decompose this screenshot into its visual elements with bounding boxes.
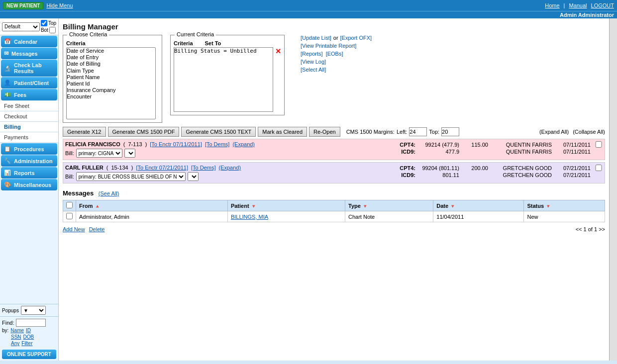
msg-from: Administrator, Admin xyxy=(76,211,228,222)
patient-col-header[interactable]: Patient 🔻 xyxy=(227,200,345,211)
remove-criteria-button[interactable]: ✕ xyxy=(275,47,281,55)
administration-button[interactable]: 🔧 Administration xyxy=(1,155,57,167)
view-printable-link[interactable]: [View Printable Report] xyxy=(301,43,372,49)
dems-link-1[interactable]: [To Dems] xyxy=(205,141,230,147)
manual-link[interactable]: Manual xyxy=(569,2,587,8)
bill-select-1[interactable]: primary: CIGNA xyxy=(76,149,122,158)
home-link[interactable]: Home xyxy=(545,2,559,8)
find-by-filter[interactable]: Filter xyxy=(21,341,32,346)
pagination: << 1 of 1 >> xyxy=(576,226,605,232)
top-checkbox[interactable] xyxy=(41,20,47,26)
checkbox-2[interactable] xyxy=(595,165,603,171)
miscellaneous-button[interactable]: 🎨 Miscellaneous xyxy=(1,179,57,190)
online-support-button[interactable]: ONLINE SUPPORT xyxy=(2,350,56,359)
reports-button[interactable]: 📊 Reports xyxy=(1,167,57,179)
logout-link[interactable]: LOGOUT xyxy=(591,2,614,8)
checkout-link[interactable]: Checkout xyxy=(0,111,58,122)
patient-id-val-1: 7-113 xyxy=(128,141,142,147)
calendar-icon: 📅 xyxy=(4,38,11,45)
status-col-header[interactable]: Status 🔻 xyxy=(524,200,605,211)
billing-link[interactable]: Billing xyxy=(0,122,58,132)
expand-link-1[interactable]: (Expand) xyxy=(232,141,255,147)
miscellaneous-icon: 🎨 xyxy=(4,182,11,188)
expand-link-2[interactable]: (Expand) xyxy=(219,165,241,171)
calendar-button[interactable]: 📅 Calendar xyxy=(1,36,57,47)
find-by-any[interactable]: Any xyxy=(11,341,19,346)
bill-select-2[interactable]: primary: BLUE CROSS BLUE SHIELD OF NC xyxy=(76,172,186,181)
export-ofx-link[interactable]: [Export OFX] xyxy=(340,35,372,41)
new-patient-button[interactable]: NEW PATIENT xyxy=(3,2,43,9)
patient-id-val-2: 15-134 xyxy=(111,165,128,171)
delete-link[interactable]: Delete xyxy=(89,226,105,232)
eobs-link[interactable]: [EOBs] xyxy=(326,51,343,57)
messages-button[interactable]: ✉ Messages xyxy=(1,48,57,59)
see-all-link[interactable]: (See All) xyxy=(99,190,119,196)
date-col-header[interactable]: Date 🔻 xyxy=(433,200,524,211)
date-sort-icon: 🔻 xyxy=(450,204,455,209)
collapse-all-link[interactable]: (Collapse All) xyxy=(573,129,605,135)
top-label: Top xyxy=(48,20,56,26)
popups-select[interactable]: ▼ xyxy=(21,306,46,315)
row-checkbox[interactable] xyxy=(66,213,73,219)
left-input[interactable] xyxy=(409,127,427,136)
find-input[interactable] xyxy=(16,319,46,327)
check-lab-button[interactable]: 🔬 Check Lab Results xyxy=(1,60,57,77)
cpt-val-1: 99214 (477.9) xyxy=(419,142,459,148)
checkbox-1[interactable] xyxy=(595,141,603,148)
patient-row: FELICIA FRANCISCO (7-113) [To Enctr 07/1… xyxy=(63,139,605,160)
reports-icon: 📊 xyxy=(4,170,11,176)
reports-link[interactable]: [Reports] xyxy=(301,51,323,57)
enctr-link-1[interactable]: [To Enctr 07/11/2011] xyxy=(150,141,202,147)
select-all-link[interactable]: [Select All] xyxy=(301,67,372,73)
expand-all-link[interactable]: (Expand All) xyxy=(539,129,569,135)
from-col-header[interactable]: From 🔺 xyxy=(76,200,228,211)
dems-link-2[interactable]: [To Dems] xyxy=(191,165,216,171)
col-criteria: Criteria xyxy=(174,40,193,46)
bot-checkbox[interactable] xyxy=(49,27,56,33)
fee-sheet-link[interactable]: Fee Sheet xyxy=(0,101,58,111)
generate-x12-button[interactable]: Generate X12 xyxy=(63,127,106,137)
bill-arrow-1[interactable]: ▼ xyxy=(124,149,135,158)
find-by-dob[interactable]: DOB xyxy=(23,334,34,340)
select-all-checkbox[interactable] xyxy=(66,202,73,208)
bill-label-2: Bill: xyxy=(65,174,74,180)
find-label: Find: xyxy=(2,320,14,326)
criteria-list[interactable]: Date of Service Date of Entry Date of Bi… xyxy=(66,47,156,119)
provider2-2: GRETCHEN GOOD xyxy=(492,172,552,178)
or-text: or xyxy=(333,35,338,41)
patient-row: CARL FULLER (15-134) [To Enctr 07/21/201… xyxy=(63,162,605,183)
procedures-button[interactable]: 📋 Procedures xyxy=(1,143,57,155)
col-set-to: Set To xyxy=(205,40,221,46)
cpt-label-1: CPT4: xyxy=(396,142,415,148)
cpt-val-2: 99204 (801.11) xyxy=(419,165,459,171)
select-all-col[interactable] xyxy=(63,200,76,211)
add-delete-row: Add New Delete xyxy=(63,226,104,232)
enctr-link-2[interactable]: [To Enctr 07/21/2011] xyxy=(136,165,188,171)
scrollbar[interactable] xyxy=(609,18,617,361)
margins-label: CMS 1500 Margins: xyxy=(346,129,395,135)
icd-label-2: ICD9: xyxy=(396,172,415,178)
type-col-header[interactable]: Type 🔻 xyxy=(345,200,433,211)
add-new-link[interactable]: Add New xyxy=(63,226,85,232)
msg-patient[interactable]: BILLINGS, MIA xyxy=(231,214,268,220)
current-criteria-text[interactable]: Billing Status = Unbilled xyxy=(174,47,273,112)
re-open-button[interactable]: Re-Open xyxy=(309,127,340,137)
fees-button[interactable]: 💵 Fees xyxy=(1,89,57,100)
view-log-link[interactable]: [View Log] xyxy=(301,59,372,65)
find-by-name[interactable]: Name xyxy=(10,328,24,333)
patient-button[interactable]: 👤 Patient/Client xyxy=(1,77,57,89)
update-list-link[interactable]: [Update List] xyxy=(301,35,331,41)
date2-1: 07/11/2011 xyxy=(556,149,591,155)
hide-menu-link[interactable]: Hide Menu xyxy=(46,2,73,8)
generate-cms-pdf-button[interactable]: Generate CMS 1500 PDF xyxy=(108,127,180,137)
payments-link[interactable]: Payments xyxy=(0,132,58,143)
generate-cms-text-button[interactable]: Generate CMS 1500 TEXT xyxy=(181,127,256,137)
top-input[interactable] xyxy=(441,127,459,136)
default-select[interactable]: Default xyxy=(2,22,40,31)
mark-cleared-button[interactable]: Mark as Cleared xyxy=(258,127,307,137)
find-section: Find: by: Name ID SSN DOB Any Filter xyxy=(0,316,58,348)
find-by-ssn[interactable]: SSN xyxy=(11,334,21,340)
bill-arrow-2[interactable]: ▼ xyxy=(188,172,199,181)
choose-criteria-box: Choose Criteria Criteria Date of Service… xyxy=(63,35,162,123)
find-by-id[interactable]: ID xyxy=(26,328,31,333)
